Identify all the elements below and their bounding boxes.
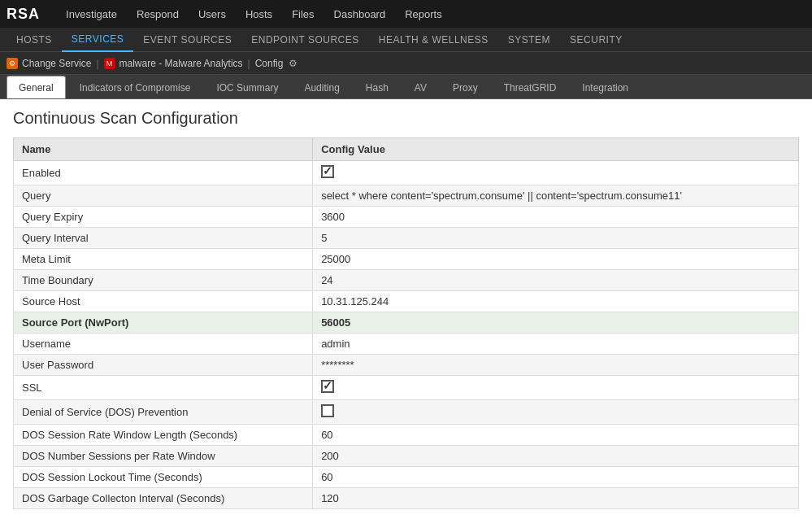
secnav-health-wellness[interactable]: HEALTH & WELLNESS (369, 28, 498, 52)
config-value-cell: 60 (313, 467, 799, 488)
nav-reports[interactable]: Reports (395, 0, 452, 28)
config-name-cell: SSL (14, 376, 313, 400)
secnav-security[interactable]: SECURITY (560, 28, 632, 52)
table-row: Query Interval5 (14, 228, 799, 249)
config-value-cell: ******** (313, 355, 799, 376)
rsa-logo: RSA (7, 6, 40, 23)
config-value-cell: 3600 (313, 207, 799, 228)
table-row: Denial of Service (DOS) Prevention (14, 400, 799, 425)
table-row: Source Host10.31.125.244 (14, 291, 799, 312)
table-row: Queryselect * where content='spectrum.co… (14, 185, 799, 207)
checkbox-checked (321, 165, 334, 178)
checkbox-unchecked (321, 404, 334, 417)
table-row: Source Port (NwPort)56005 (14, 312, 799, 334)
config-name-cell: Source Port (NwPort) (14, 312, 313, 334)
breadcrumb-change-service[interactable]: ⚙ Change Service (7, 58, 91, 69)
config-name-cell: User Password (14, 355, 313, 376)
config-name-cell: Time Boundary (14, 270, 313, 291)
secnav-event-sources[interactable]: EVENT SOURCES (133, 28, 241, 52)
breadcrumb-malware-label: malware - Malware Analytics (119, 58, 243, 69)
config-value-cell: 60 (313, 425, 799, 446)
table-row: Meta Limit25000 (14, 249, 799, 270)
tab-general[interactable]: General (7, 76, 66, 98)
tab-ioc-summary[interactable]: IOC Summary (204, 76, 290, 98)
config-value-cell: 120 (313, 488, 799, 509)
config-name-cell: DOS Session Rate Window Length (Seconds) (14, 425, 313, 446)
config-value-cell: 200 (313, 446, 799, 467)
breadcrumb-bar: ⚙ Change Service | M malware - Malware A… (0, 52, 812, 75)
config-name-cell: Query (14, 185, 313, 207)
config-name-cell: Username (14, 334, 313, 355)
table-header-row: Name Config Value (14, 138, 799, 161)
config-value-text: 56005 (321, 316, 350, 329)
config-value-cell: 25000 (313, 249, 799, 270)
tab-proxy[interactable]: Proxy (441, 76, 490, 98)
tab-auditing[interactable]: Auditing (292, 76, 351, 98)
breadcrumb-config-label: Config (255, 58, 284, 69)
tab-integration[interactable]: Integration (570, 76, 640, 98)
config-name-text: Source Port (NwPort) (22, 316, 128, 329)
table-row: DOS Session Lockout Time (Seconds)60 (14, 467, 799, 488)
nav-files[interactable]: Files (282, 0, 323, 28)
config-value-cell: 24 (313, 270, 799, 291)
change-service-icon: ⚙ (7, 58, 18, 69)
config-name-cell: Query Expiry (14, 207, 313, 228)
config-value-cell (313, 400, 799, 425)
config-value-cell: 10.31.125.244 (313, 291, 799, 312)
nav-respond[interactable]: Respond (127, 0, 189, 28)
table-row: Time Boundary24 (14, 270, 799, 291)
config-name-cell: DOS Number Sessions per Rate Window (14, 446, 313, 467)
secondary-navigation: HOSTS SERVICES EVENT SOURCES ENDPOINT SO… (0, 28, 812, 52)
tab-threatgrid[interactable]: ThreatGRID (492, 76, 569, 98)
col-value-header: Config Value (313, 138, 799, 161)
malware-icon: M (104, 58, 115, 69)
breadcrumb-separator-2: | (248, 58, 250, 69)
tabs-bar: General Indicators of Compromise IOC Sum… (0, 75, 812, 99)
config-table: Name Config Value EnabledQueryselect * w… (13, 137, 799, 509)
table-row: User Password******** (14, 355, 799, 376)
config-value-cell: admin (313, 334, 799, 355)
page-content: Continuous Scan Configuration Name Confi… (0, 99, 812, 519)
config-gear-icon: ⚙ (289, 58, 297, 69)
config-name-cell: DOS Session Lockout Time (Seconds) (14, 467, 313, 488)
tab-indicators-of-compromise[interactable]: Indicators of Compromise (67, 76, 203, 98)
page-title: Continuous Scan Configuration (13, 109, 799, 128)
secnav-hosts[interactable]: HOSTS (7, 28, 62, 52)
breadcrumb-separator-1: | (96, 58, 98, 69)
table-row: Query Expiry3600 (14, 207, 799, 228)
config-name-cell: Query Interval (14, 228, 313, 249)
config-name-cell: DOS Garbage Collecton Interval (Seconds) (14, 488, 313, 509)
nav-users[interactable]: Users (189, 0, 236, 28)
nav-dashboard[interactable]: Dashboard (324, 0, 396, 28)
table-row: DOS Garbage Collecton Interval (Seconds)… (14, 488, 799, 509)
checkbox-checked (321, 380, 334, 393)
nav-investigate[interactable]: Investigate (56, 0, 127, 28)
config-name-cell: Denial of Service (DOS) Prevention (14, 400, 313, 425)
breadcrumb-config[interactable]: Config ⚙ (255, 58, 298, 69)
secnav-services[interactable]: SERVICES (62, 28, 133, 52)
config-name-cell: Source Host (14, 291, 313, 312)
config-value-cell (313, 161, 799, 185)
tab-hash[interactable]: Hash (354, 76, 401, 98)
breadcrumb-malware[interactable]: M malware - Malware Analytics (104, 58, 243, 69)
config-value-cell: 56005 (313, 312, 799, 334)
table-row: DOS Session Rate Window Length (Seconds)… (14, 425, 799, 446)
table-row: SSL (14, 376, 799, 400)
config-value-cell: select * where content='spectrum.consume… (313, 185, 799, 207)
secnav-system[interactable]: SYSTEM (498, 28, 560, 52)
col-name-header: Name (14, 138, 313, 161)
top-navigation: RSA Investigate Respond Users Hosts File… (0, 0, 812, 28)
table-row: DOS Number Sessions per Rate Window200 (14, 446, 799, 467)
config-value-cell (313, 376, 799, 400)
config-name-cell: Enabled (14, 161, 313, 185)
table-row: Usernameadmin (14, 334, 799, 355)
breadcrumb-change-service-label: Change Service (22, 58, 91, 69)
config-name-cell: Meta Limit (14, 249, 313, 270)
tab-av[interactable]: AV (402, 76, 439, 98)
nav-hosts[interactable]: Hosts (236, 0, 282, 28)
table-row: Enabled (14, 161, 799, 185)
secnav-endpoint-sources[interactable]: ENDPOINT SOURCES (241, 28, 368, 52)
config-value-cell: 5 (313, 228, 799, 249)
